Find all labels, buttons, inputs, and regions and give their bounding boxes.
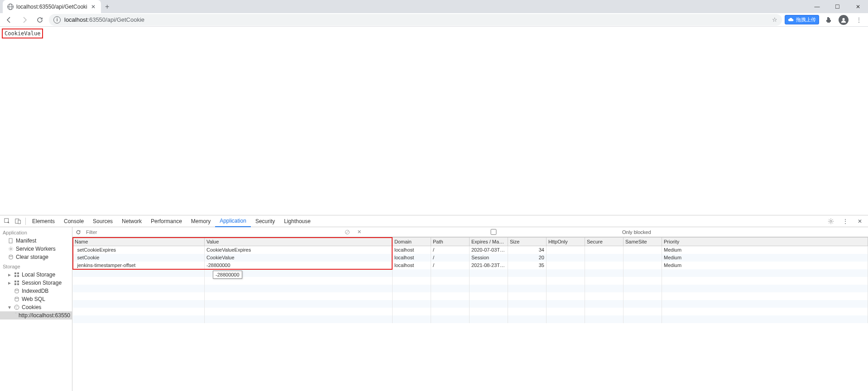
table-row[interactable]: setCookie CookieValue localhost / Sessio… bbox=[73, 254, 868, 262]
gear-icon bbox=[8, 246, 14, 252]
sidebar-item-clear-storage[interactable]: Clear storage bbox=[0, 253, 72, 261]
devtools-more-icon[interactable]: ⋮ bbox=[839, 215, 852, 228]
bookmark-icon[interactable]: ☆ bbox=[772, 16, 777, 23]
col-name[interactable]: Name bbox=[73, 238, 205, 246]
extensions-icon[interactable] bbox=[822, 14, 834, 26]
devtools-settings-icon[interactable] bbox=[825, 215, 837, 228]
sidebar-item-service-workers[interactable]: Service Workers bbox=[0, 245, 72, 253]
tab-close-icon[interactable]: ✕ bbox=[90, 4, 96, 10]
svg-point-17 bbox=[15, 297, 19, 299]
document-icon bbox=[8, 238, 14, 243]
menu-button[interactable]: ⋮ bbox=[853, 14, 865, 26]
svg-point-0 bbox=[842, 18, 844, 20]
window-controls: — ☐ ✕ bbox=[807, 0, 868, 13]
browser-tab[interactable]: localhost:63550/api/GetCooki ✕ bbox=[3, 0, 101, 13]
grid-icon bbox=[14, 280, 19, 286]
sidebar-item-manifest[interactable]: Manifest bbox=[0, 237, 72, 245]
sidebar-item-local-storage[interactable]: ▸ Local Storage bbox=[0, 271, 72, 279]
col-httponly[interactable]: HttpOnly bbox=[547, 238, 585, 246]
table-row[interactable] bbox=[73, 277, 868, 285]
inspect-element-icon[interactable] bbox=[2, 216, 13, 227]
profile-button[interactable] bbox=[837, 14, 850, 26]
cloud-icon bbox=[788, 17, 794, 23]
svg-rect-10 bbox=[14, 275, 16, 277]
cookies-toolbar: ✕ Only blocked bbox=[72, 227, 868, 237]
window-titlebar: localhost:63550/api/GetCooki ✕ + — ☐ ✕ bbox=[0, 0, 868, 13]
svg-rect-13 bbox=[17, 281, 19, 282]
col-samesite[interactable]: SameSite bbox=[623, 238, 662, 246]
filter-input[interactable] bbox=[86, 229, 340, 235]
table-row[interactable]: jenkins-timestamper-offset -28800000 loc… bbox=[73, 262, 868, 269]
table-row[interactable] bbox=[73, 308, 868, 315]
col-expires[interactable]: Expires / Max-A... bbox=[470, 238, 508, 246]
chevron-right-icon: ▸ bbox=[8, 272, 12, 278]
new-tab-button[interactable]: + bbox=[101, 0, 114, 13]
tab-security[interactable]: Security bbox=[251, 215, 279, 227]
refresh-icon[interactable] bbox=[74, 228, 82, 236]
tab-performance[interactable]: Performance bbox=[146, 215, 187, 227]
tab-memory[interactable]: Memory bbox=[187, 215, 215, 227]
col-path[interactable]: Path bbox=[431, 238, 470, 246]
cookie-icon bbox=[15, 313, 16, 318]
tab-console[interactable]: Console bbox=[59, 215, 88, 227]
table-row[interactable] bbox=[73, 269, 868, 277]
globe-icon bbox=[7, 4, 14, 10]
svg-point-16 bbox=[15, 289, 19, 291]
reload-button[interactable] bbox=[34, 14, 46, 26]
tab-network[interactable]: Network bbox=[117, 215, 146, 227]
devtools-panel: Elements Console Sources Network Perform… bbox=[0, 215, 868, 391]
sidebar-item-session-storage[interactable]: ▸ Session Storage bbox=[0, 279, 72, 287]
minimize-button[interactable]: — bbox=[807, 0, 827, 13]
only-blocked-checkbox[interactable]: Only blocked bbox=[367, 229, 651, 235]
tab-elements[interactable]: Elements bbox=[28, 215, 59, 227]
clear-all-icon[interactable] bbox=[343, 228, 351, 236]
col-priority[interactable]: Priority bbox=[662, 238, 868, 246]
address-bar[interactable]: i localhost:63550/api/GetCookie ☆ bbox=[49, 14, 782, 26]
sidebar-item-websql[interactable]: Web SQL bbox=[0, 295, 72, 303]
delete-icon[interactable]: ✕ bbox=[355, 228, 363, 236]
table-row[interactable] bbox=[73, 315, 868, 323]
grid-icon bbox=[14, 272, 19, 277]
table-row[interactable] bbox=[73, 285, 868, 292]
maximize-button[interactable]: ☐ bbox=[827, 0, 848, 13]
col-domain[interactable]: Domain bbox=[393, 238, 431, 246]
svg-rect-12 bbox=[14, 281, 16, 282]
col-secure[interactable]: Secure bbox=[585, 238, 623, 246]
table-row[interactable] bbox=[73, 292, 868, 300]
col-value[interactable]: Value bbox=[205, 238, 393, 246]
database-icon bbox=[8, 254, 14, 260]
avatar-icon bbox=[839, 15, 849, 25]
svg-rect-9 bbox=[17, 272, 19, 274]
site-info-icon[interactable]: i bbox=[53, 16, 61, 24]
page-content: CookieValue bbox=[0, 27, 868, 215]
sidebar-group-storage: Storage bbox=[0, 261, 72, 271]
table-row[interactable]: setCookieExpires CookieValueExpires loca… bbox=[73, 246, 868, 254]
chevron-right-icon: ▸ bbox=[8, 280, 12, 286]
close-window-button[interactable]: ✕ bbox=[848, 0, 868, 13]
tab-sources[interactable]: Sources bbox=[88, 215, 117, 227]
devtools-close-icon[interactable]: ✕ bbox=[854, 215, 866, 228]
sidebar-item-cookie-origin[interactable]: http://localhost:63550 bbox=[0, 311, 72, 319]
forward-button[interactable] bbox=[18, 14, 31, 26]
table-row[interactable] bbox=[73, 300, 868, 308]
cookies-table: Name Value Domain Path Expires / Max-A..… bbox=[72, 237, 868, 391]
svg-point-7 bbox=[9, 255, 13, 257]
svg-rect-3 bbox=[18, 220, 20, 224]
tab-application[interactable]: Application bbox=[215, 215, 251, 227]
table-header-row: Name Value Domain Path Expires / Max-A..… bbox=[73, 238, 868, 246]
sidebar-group-application: Application bbox=[0, 227, 72, 237]
back-button[interactable] bbox=[3, 14, 15, 26]
devtools-tab-bar: Elements Console Sources Network Perform… bbox=[0, 215, 868, 227]
tab-lighthouse[interactable]: Lighthouse bbox=[279, 215, 315, 227]
svg-point-20 bbox=[17, 306, 18, 307]
sidebar-item-cookies[interactable]: ▾ Cookies bbox=[0, 303, 72, 311]
svg-line-27 bbox=[346, 231, 349, 234]
sidebar-item-indexeddb[interactable]: IndexedDB bbox=[0, 287, 72, 295]
svg-rect-15 bbox=[17, 283, 19, 285]
url-text: localhost:63550/api/GetCookie bbox=[64, 16, 144, 23]
database-icon bbox=[14, 288, 19, 294]
cookie-icon bbox=[14, 305, 19, 310]
device-toolbar-icon[interactable] bbox=[13, 216, 24, 227]
col-size[interactable]: Size bbox=[508, 238, 547, 246]
upload-extension-badge[interactable]: 拖拽上传 bbox=[785, 15, 819, 24]
